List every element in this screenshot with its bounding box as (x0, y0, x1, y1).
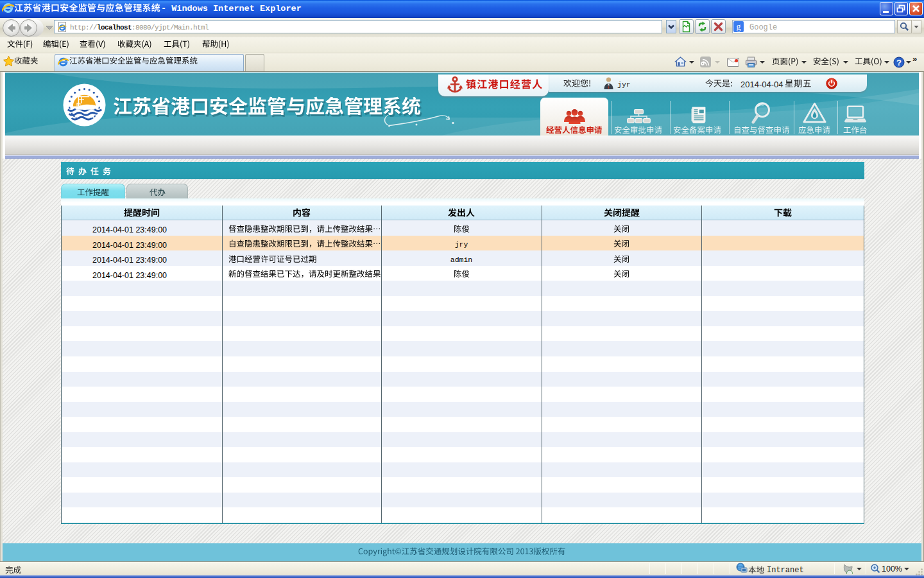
svg-text:g: g (737, 22, 741, 31)
svg-text:?: ? (896, 58, 902, 67)
